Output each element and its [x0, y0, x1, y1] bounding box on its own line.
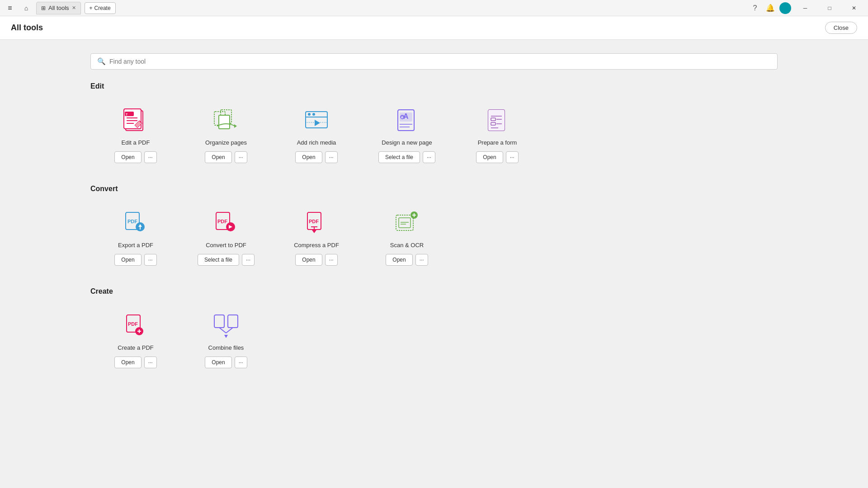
export-pdf-open-button[interactable]: Open [114, 254, 141, 266]
edit-tools-grid: T Edit a PDF Open ··· [90, 99, 778, 170]
tool-prepare-form: Prepare a form Open ··· [452, 99, 542, 170]
svg-marker-18 [315, 120, 320, 126]
main-content: 🔍 Edit T [0, 40, 868, 488]
search-bar: 🔍 [90, 53, 778, 70]
svg-text:PDF: PDF [127, 219, 137, 224]
home-icon: ⌂ [24, 5, 28, 12]
edit-pdf-open-button[interactable]: Open [114, 151, 141, 163]
convert-section-title: Convert [90, 185, 778, 193]
export-pdf-actions: Open ··· [114, 254, 156, 266]
user-avatar[interactable] [779, 2, 791, 14]
combine-files-open-button[interactable]: Open [205, 357, 231, 368]
create-tools-grid: PDF Create a PDF Open ··· [90, 304, 778, 375]
create-section-title: Create [90, 287, 778, 296]
svg-text:PDF: PDF [217, 219, 227, 224]
menu-icon: ≡ [8, 4, 12, 12]
maximize-button[interactable]: □ [819, 0, 840, 16]
convert-to-pdf-more-button[interactable]: ··· [242, 254, 255, 266]
help-button[interactable]: ? [749, 2, 761, 14]
close-panel-button[interactable]: Close [825, 22, 857, 34]
close-window-button[interactable]: ✕ [844, 0, 864, 16]
tool-combine-files: Combine files Open ··· [181, 304, 271, 375]
create-label: Create [94, 5, 111, 11]
svg-rect-11 [219, 115, 230, 129]
prepare-form-more-button[interactable]: ··· [506, 151, 519, 163]
help-icon: ? [753, 4, 757, 12]
organize-pages-actions: Open ··· [205, 151, 247, 163]
create-pdf-more-button[interactable]: ··· [144, 357, 157, 368]
tab-label: All tools [48, 5, 69, 11]
export-pdf-icon-area: PDF [122, 208, 149, 237]
search-input[interactable] [109, 58, 771, 65]
titlebar: ≡ ⌂ ⊞ All tools ✕ + Create ? 🔔 ─ □ ✕ [0, 0, 868, 16]
scan-ocr-icon-area [393, 208, 420, 237]
tool-design-new-page: A A Design a new page Select a file ··· [362, 99, 452, 170]
edit-pdf-actions: Open ··· [114, 151, 156, 163]
create-plus-icon: + [90, 5, 93, 11]
export-pdf-more-button[interactable]: ··· [144, 254, 157, 266]
search-icon: 🔍 [97, 57, 106, 66]
tool-export-pdf: PDF Export a PDF Open ··· [90, 201, 181, 273]
prepare-form-icon-area [484, 106, 511, 135]
prepare-form-open-button[interactable]: Open [476, 151, 503, 163]
tab-close-icon[interactable]: ✕ [72, 5, 76, 11]
convert-tools-grid: PDF Export a PDF Open ··· PDF [90, 201, 778, 273]
svg-rect-48 [399, 218, 410, 228]
maximize-icon: □ [828, 5, 831, 11]
menu-button[interactable]: ≡ [4, 2, 16, 14]
add-rich-media-open-button[interactable]: Open [295, 151, 322, 163]
tool-convert-to-pdf: PDF Convert to PDF Select a file ··· [181, 201, 271, 273]
svg-point-17 [312, 113, 315, 116]
tool-organize-pages: Organize pages Open ··· [181, 99, 271, 170]
page-header: All tools Close [0, 16, 868, 40]
notifications-button[interactable]: 🔔 [764, 2, 777, 14]
create-pdf-actions: Open ··· [114, 357, 156, 368]
design-new-page-name: Design a new page [382, 139, 432, 146]
scan-ocr-more-button[interactable]: ··· [415, 254, 428, 266]
convert-section: Convert PDF Export a PDF Open ··· [90, 185, 778, 273]
minimize-icon: ─ [803, 5, 807, 11]
svg-point-16 [308, 113, 311, 116]
compress-pdf-name: Compress a PDF [294, 242, 339, 249]
create-button[interactable]: + Create [85, 2, 116, 14]
add-rich-media-name: Add rich media [297, 139, 336, 146]
svg-text:PDF: PDF [309, 219, 319, 224]
scan-ocr-name: Scan & OCR [390, 242, 424, 249]
combine-files-more-button[interactable]: ··· [235, 357, 247, 368]
svg-marker-45 [312, 230, 316, 233]
all-tools-tab[interactable]: ⊞ All tools ✕ [36, 2, 81, 14]
convert-to-pdf-select-button[interactable]: Select a file [198, 254, 239, 266]
svg-text:A: A [401, 116, 403, 119]
create-pdf-open-button[interactable]: Open [114, 357, 141, 368]
compress-pdf-open-button[interactable]: Open [295, 254, 322, 266]
design-new-page-actions: Select a file ··· [378, 151, 435, 163]
scan-ocr-open-button[interactable]: Open [386, 254, 412, 266]
edit-section: Edit T Edit a PD [90, 82, 778, 170]
add-rich-media-actions: Open ··· [295, 151, 337, 163]
combine-files-icon-area [212, 311, 240, 340]
svg-rect-60 [228, 315, 238, 328]
compress-pdf-more-button[interactable]: ··· [325, 254, 338, 266]
organize-pages-open-button[interactable]: Open [205, 151, 231, 163]
tool-edit-pdf: T Edit a PDF Open ··· [90, 99, 181, 170]
home-button[interactable]: ⌂ [20, 2, 33, 14]
convert-to-pdf-name: Convert to PDF [206, 242, 246, 249]
bell-icon: 🔔 [766, 4, 775, 12]
export-pdf-name: Export a PDF [118, 242, 153, 249]
add-rich-media-more-button[interactable]: ··· [325, 151, 338, 163]
svg-line-61 [219, 328, 226, 333]
edit-pdf-more-button[interactable]: ··· [144, 151, 157, 163]
organize-pages-more-button[interactable]: ··· [235, 151, 247, 163]
design-new-page-more-button[interactable]: ··· [423, 151, 435, 163]
svg-text:T: T [126, 113, 128, 116]
edit-pdf-name: Edit a PDF [122, 139, 150, 146]
titlebar-actions: ? 🔔 [749, 2, 791, 14]
design-new-page-select-button[interactable]: Select a file [378, 151, 420, 163]
svg-marker-63 [224, 335, 228, 338]
page-title: All tools [11, 23, 43, 33]
compress-pdf-actions: Open ··· [295, 254, 337, 266]
tool-compress-pdf: PDF Compress a PDF Open ··· [271, 201, 362, 273]
svg-marker-12 [234, 124, 237, 128]
minimize-button[interactable]: ─ [795, 0, 816, 16]
svg-text:PDF: PDF [128, 321, 138, 327]
